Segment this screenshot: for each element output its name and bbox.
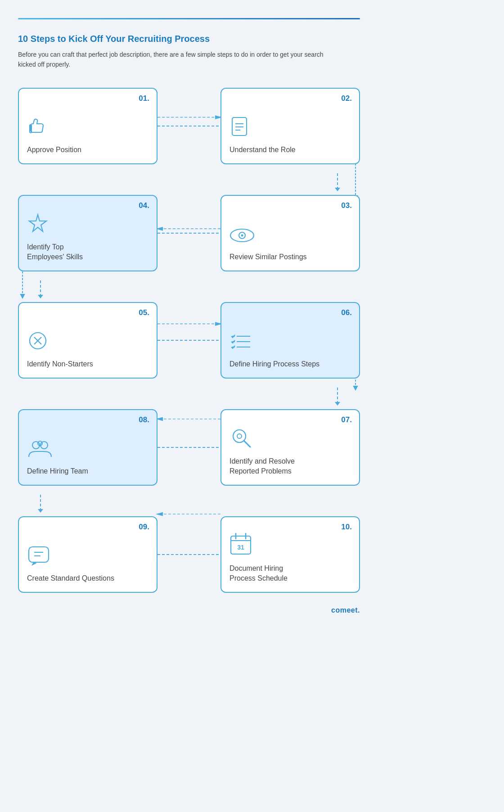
step-card-10: 10. 31 Document Hiring Process Schedule — [220, 516, 360, 593]
step-number-8: 08. — [139, 415, 149, 424]
arrow-8-9-container — [18, 495, 360, 513]
top-border — [18, 18, 360, 19]
step-number-7: 07. — [341, 415, 352, 424]
row-1: 01. Approve Position 02. — [18, 88, 360, 164]
step-icon-7 — [230, 427, 351, 452]
svg-marker-16 — [38, 295, 43, 298]
step-icon-3 — [230, 226, 351, 248]
step-number-4: 04. — [139, 201, 149, 210]
arrow-6-7 — [333, 388, 342, 406]
arrow-5-6 — [158, 336, 220, 345]
svg-marker-9 — [29, 215, 46, 231]
row-5: 09. Create Standard Questions 10. — [18, 516, 360, 593]
step-icon-8 — [27, 439, 148, 462]
step-label-1: Approve Position — [27, 145, 148, 155]
step-number-3: 03. — [341, 201, 352, 210]
page-subtitle: Before you can craft that perfect job de… — [18, 50, 342, 70]
step-number-1: 01. — [139, 94, 149, 103]
step-card-6: 06. Define Hiring Process Steps — [220, 302, 360, 379]
step-number-9: 09. — [139, 523, 149, 532]
step-number-10: 10. — [341, 523, 352, 532]
step-label-2: Understand the Role — [230, 145, 351, 155]
page-title: 10 Steps to Kick Off Your Recruiting Pro… — [18, 34, 360, 44]
step-label-4: Identify Top Employees' Skills — [27, 242, 148, 262]
row-2: 04. Identify Top Employees' Skills 03. — [18, 195, 360, 271]
arrow-1-2 — [158, 122, 220, 131]
brand: comeet. — [18, 606, 360, 614]
step-icon-10: 31 — [230, 532, 351, 559]
step-label-9: Create Standard Questions — [27, 573, 148, 583]
svg-marker-38 — [32, 562, 37, 566]
step-card-4: 04. Identify Top Employees' Skills — [18, 195, 158, 271]
arrow-8-9 — [36, 495, 45, 513]
step-label-8: Define Hiring Team — [27, 466, 148, 476]
step-label-5: Identify Non-Starters — [27, 359, 148, 369]
svg-marker-26 — [335, 402, 340, 406]
step-card-9: 09. Create Standard Questions — [18, 516, 158, 593]
step-label-3: Review Similar Postings — [230, 252, 351, 262]
step-number-6: 06. — [341, 308, 352, 317]
step-card-1: 01. Approve Position — [18, 88, 158, 164]
step-card-8: 08. Define Hiring Team — [18, 409, 158, 486]
step-number-5: 05. — [139, 308, 149, 317]
step-icon-2 — [230, 116, 351, 140]
svg-line-33 — [244, 441, 250, 447]
svg-text:31: 31 — [237, 544, 244, 551]
step-label-10: Document Hiring Process Schedule — [230, 564, 351, 584]
arrow-6-7-container — [18, 388, 360, 406]
step-icon-4 — [27, 213, 148, 238]
arrow-4-5 — [36, 280, 45, 298]
step-label-7: Identify and Resolve Reported Problems — [230, 456, 351, 477]
step-icon-6 — [230, 332, 351, 355]
step-label-6: Define Hiring Process Steps — [230, 359, 351, 369]
arrow-2-3-container — [18, 173, 360, 191]
step-number-2: 02. — [341, 94, 352, 103]
arrow-10-9 — [158, 550, 220, 559]
svg-point-14 — [241, 235, 243, 237]
arrow-3-4 — [158, 229, 220, 238]
arrow-4-5-container — [18, 280, 360, 298]
arrow-2-3 — [333, 173, 342, 191]
step-card-7: 07. Identify and Resolve Reported Proble… — [220, 409, 360, 486]
step-card-3: 03. Review Similar Postings — [220, 195, 360, 271]
row-3: 05. Identify Non-Starters 06. — [18, 302, 360, 379]
svg-point-34 — [237, 434, 242, 438]
row-4: 08. Define Hiring Team 07. — [18, 409, 360, 486]
step-icon-1 — [27, 116, 148, 140]
steps-container: 01. Approve Position 02. — [18, 88, 360, 593]
svg-rect-37 — [29, 547, 49, 562]
step-card-5: 05. Identify Non-Starters — [18, 302, 158, 379]
step-icon-5 — [27, 330, 148, 355]
arrow-7-8 — [158, 443, 220, 452]
svg-marker-36 — [38, 509, 43, 513]
svg-marker-8 — [335, 188, 340, 191]
step-icon-9 — [27, 544, 148, 569]
step-card-2: 02. Understand the Role — [220, 88, 360, 164]
